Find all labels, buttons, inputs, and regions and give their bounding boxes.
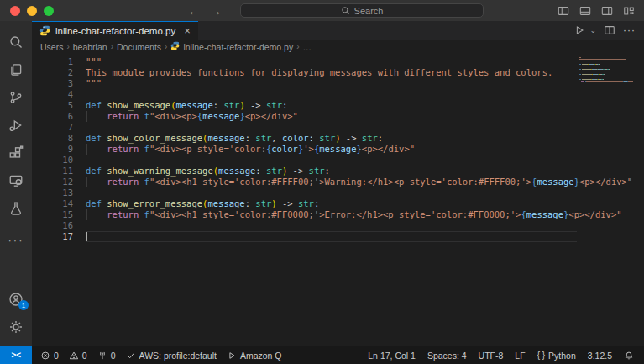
warning-icon bbox=[69, 351, 79, 361]
activity-accounts-icon[interactable]: 1 bbox=[0, 285, 32, 313]
status-3-12-5[interactable]: 3.12.5 bbox=[588, 351, 612, 361]
braces-icon: { } bbox=[537, 351, 545, 360]
line-number: 11 bbox=[32, 166, 73, 177]
status-label: LF bbox=[515, 351, 525, 361]
tab-close-icon[interactable]: × bbox=[184, 24, 191, 37]
code-line-12: return f"<div><h1 style='color:#FFFF00;'… bbox=[86, 177, 644, 187]
zoom-window-button[interactable] bbox=[44, 6, 54, 16]
status-aws-profile-default[interactable]: AWS: profile:default bbox=[126, 351, 217, 361]
line-number: 17 bbox=[32, 231, 73, 242]
tab-label: inline-chat-refactor-demo.py bbox=[55, 26, 175, 36]
activity-bar: ···1 bbox=[0, 21, 32, 346]
vscode-window: ← → Search ···1 bbox=[0, 0, 644, 364]
code-line-10 bbox=[86, 155, 644, 166]
toggle-primary-sidebar-icon[interactable] bbox=[557, 4, 570, 18]
code-editor[interactable]: 1234567891011121314151617 """This module… bbox=[32, 54, 644, 346]
status-ln-17-col-1[interactable]: Ln 17, Col 1 bbox=[368, 351, 416, 361]
status-label: Spaces: 4 bbox=[427, 351, 467, 361]
line-number: 5 bbox=[32, 100, 73, 111]
activity-remote-explorer-icon[interactable] bbox=[0, 166, 32, 194]
run-python-file-button[interactable] bbox=[573, 24, 586, 37]
code-line-6: return f"<div><p>{message}<p></div>" bbox=[86, 111, 644, 122]
run-options-chevron-icon[interactable]: ⌄ bbox=[589, 26, 596, 34]
code-line-1: """ bbox=[86, 56, 644, 67]
remote-indicator-button[interactable]: >< bbox=[0, 346, 32, 364]
toggle-panel-icon[interactable] bbox=[579, 4, 592, 18]
activity-testing-icon[interactable] bbox=[0, 194, 32, 222]
breadcrumb-item[interactable]: beabrian bbox=[73, 42, 107, 52]
line-number: 6 bbox=[32, 111, 73, 122]
activity-more-icon[interactable]: ··· bbox=[8, 234, 24, 259]
toggle-secondary-sidebar-icon[interactable] bbox=[600, 4, 614, 18]
history-back-button[interactable]: ← bbox=[188, 5, 200, 17]
breadcrumb-item[interactable]: … bbox=[303, 42, 312, 52]
status-0[interactable]: 0 bbox=[97, 351, 116, 361]
status-python[interactable]: { }Python bbox=[537, 351, 576, 361]
activity-settings-icon[interactable] bbox=[0, 313, 32, 340]
history-forward-button[interactable]: → bbox=[210, 5, 222, 17]
minimap[interactable] bbox=[579, 57, 640, 86]
code-line-4 bbox=[86, 89, 644, 100]
python-file-icon bbox=[39, 25, 50, 36]
line-number: 3 bbox=[32, 78, 73, 89]
breadcrumb-separator: › bbox=[296, 42, 299, 51]
play-icon bbox=[227, 351, 237, 361]
code-line-5: def show_message(message: str) -> str: bbox=[86, 100, 644, 111]
status-label: 0 bbox=[111, 351, 116, 361]
title-bar: ← → Search bbox=[0, 0, 644, 21]
activity-search-icon[interactable] bbox=[0, 28, 32, 55]
status-spaces-4[interactable]: Spaces: 4 bbox=[427, 351, 467, 361]
code-line-17 bbox=[86, 231, 644, 242]
line-number: 16 bbox=[32, 220, 73, 231]
status-bell[interactable] bbox=[624, 351, 634, 361]
status-0[interactable]: 0 bbox=[69, 351, 87, 361]
activity-explorer-icon[interactable] bbox=[0, 55, 32, 83]
line-number: 10 bbox=[32, 155, 73, 166]
breadcrumb-item[interactable]: Documents bbox=[117, 42, 161, 52]
check-icon bbox=[126, 351, 136, 361]
breadcrumb-separator: › bbox=[165, 42, 167, 51]
breadcrumb-item[interactable]: inline-chat-refactor-demo.py bbox=[170, 41, 293, 52]
code-line-2: This module provides functions for displ… bbox=[86, 67, 644, 78]
breadcrumb-separator: › bbox=[111, 42, 113, 51]
editor-more-actions-button[interactable]: ··· bbox=[623, 24, 636, 36]
code-line-16 bbox=[86, 220, 644, 231]
status-label: 0 bbox=[82, 351, 87, 361]
code-line-3: """ bbox=[86, 78, 644, 89]
status-label: 3.12.5 bbox=[588, 351, 612, 361]
line-number: 8 bbox=[32, 133, 73, 144]
tab-inline-chat-refactor-demo[interactable]: inline-chat-refactor-demo.py × bbox=[32, 21, 198, 40]
status-label: Ln 17, Col 1 bbox=[368, 351, 416, 361]
code-line-11: def show_warning_message(message: str) -… bbox=[86, 166, 644, 177]
text-cursor bbox=[86, 231, 87, 241]
line-number: 12 bbox=[32, 177, 73, 187]
code-line-8: def show_color_message(message: str, col… bbox=[86, 133, 644, 144]
activity-run-and-debug-icon[interactable] bbox=[0, 111, 32, 139]
breadcrumb: Users›beabrian›Documents›inline-chat-ref… bbox=[32, 40, 644, 54]
code-line-7 bbox=[86, 122, 644, 133]
breadcrumb-separator: › bbox=[66, 42, 69, 51]
activity-extensions-icon[interactable] bbox=[0, 139, 32, 166]
command-center-search[interactable]: Search bbox=[240, 3, 484, 18]
activity-source-control-icon[interactable] bbox=[0, 83, 32, 111]
code-line-9: return f"<div><p style='color:{color}'>{… bbox=[86, 144, 644, 155]
status-utf-8[interactable]: UTF-8 bbox=[479, 351, 504, 361]
status-lf[interactable]: LF bbox=[515, 351, 525, 361]
minimize-window-button[interactable] bbox=[27, 6, 37, 16]
status-label: 0 bbox=[54, 351, 59, 361]
code-line-13 bbox=[86, 187, 644, 198]
close-window-button[interactable] bbox=[10, 6, 20, 16]
code-line-15: return f"<div><h1 style='color:#FF0000;'… bbox=[86, 209, 644, 220]
customize-layout-icon[interactable] bbox=[622, 4, 636, 18]
status-0[interactable]: 0 bbox=[40, 351, 59, 361]
breadcrumb-item[interactable]: Users bbox=[40, 42, 63, 52]
line-number: 13 bbox=[32, 187, 73, 198]
split-editor-button[interactable] bbox=[603, 24, 616, 37]
search-placeholder: Search bbox=[354, 6, 384, 16]
line-number: 7 bbox=[32, 122, 73, 133]
line-number: 15 bbox=[32, 209, 73, 220]
code-line-14: def show_error_message(message: str) -> … bbox=[86, 198, 644, 209]
status-label: Python bbox=[548, 351, 576, 361]
status-amazon-q[interactable]: Amazon Q bbox=[227, 351, 282, 361]
line-number: 1 bbox=[32, 56, 73, 67]
